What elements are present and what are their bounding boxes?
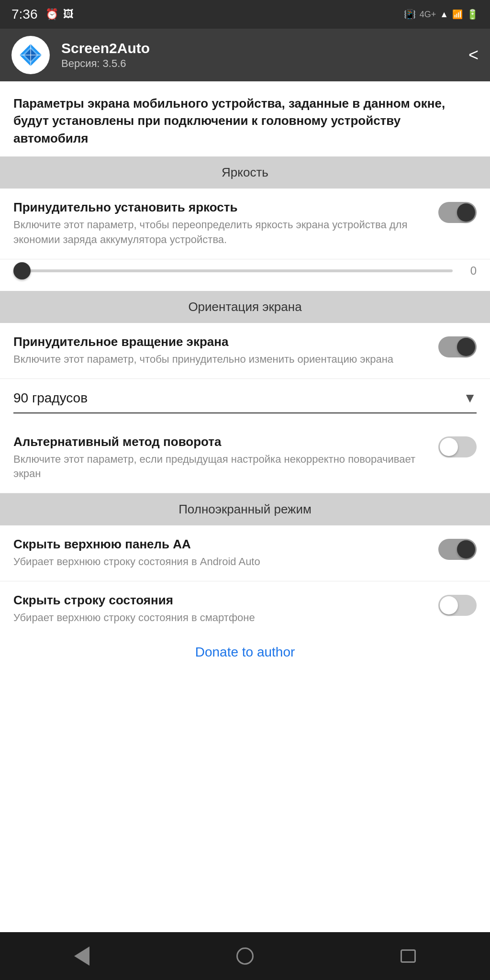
brightness-slider-track[interactable] <box>13 269 453 272</box>
signal-4g-icon: 4G+ <box>420 10 436 20</box>
setting-alternative-method: Альтернативный метод поворота Включите э… <box>0 423 490 494</box>
setting-force-brightness-desc: Включите этот параметр, чтобы переопреде… <box>13 218 431 247</box>
setting-alternative-method-text: Альтернативный метод поворота Включите э… <box>13 434 431 482</box>
section-orientation: Ориентация экрана <box>0 291 490 323</box>
hide-top-panel-toggle[interactable] <box>438 539 477 560</box>
section-brightness: Яркость <box>0 156 490 189</box>
app-header: Screen2Auto Версия: 3.5.6 < <box>0 29 490 81</box>
signal-strength-icon: ▲ <box>440 10 448 20</box>
app-title-block: Screen2Auto Версия: 3.5.6 <box>61 40 468 70</box>
alarm-icon: ⏰ <box>45 8 58 21</box>
status-icons-right: 📳 4G+ ▲ 📶 🔋 <box>404 9 479 20</box>
alternative-method-toggle-knob <box>440 438 458 456</box>
nav-recents-icon <box>401 949 416 963</box>
wifi-icon: 📶 <box>452 9 463 20</box>
setting-force-rotation-desc: Включите этот параметр, чтобы принудител… <box>13 352 431 367</box>
back-button[interactable]: < <box>468 45 479 65</box>
hide-status-bar-toggle-container[interactable] <box>438 595 477 616</box>
orientation-dropdown-value: 90 градусов <box>13 390 88 406</box>
app-logo <box>11 36 50 74</box>
hide-status-bar-toggle-knob <box>440 596 458 614</box>
setting-hide-top-panel-title: Скрыть верхнюю панель АА <box>13 537 431 552</box>
image-icon: 🖼 <box>63 8 74 21</box>
orientation-dropdown[interactable]: 90 градусов ▼ <box>13 384 477 413</box>
force-rotation-toggle[interactable] <box>438 336 477 357</box>
setting-force-brightness: Принудительно установить яркость Включит… <box>0 189 490 259</box>
app-logo-svg <box>18 42 44 68</box>
section-fullscreen: Полноэкранный режим <box>0 493 490 525</box>
setting-hide-status-bar-desc: Убирает верхнюю строку состояния в смарт… <box>13 611 431 625</box>
setting-force-rotation-title: Принудительное вращение экрана <box>13 334 431 349</box>
setting-hide-top-panel-text: Скрыть верхнюю панель АА Убирает верхнюю… <box>13 537 431 569</box>
force-brightness-toggle-container[interactable] <box>438 202 477 223</box>
force-brightness-toggle[interactable] <box>438 202 477 223</box>
nav-home-icon <box>236 947 254 965</box>
force-rotation-toggle-container[interactable] <box>438 336 477 357</box>
setting-force-rotation: Принудительное вращение экрана Включите … <box>0 323 490 379</box>
app-name: Screen2Auto <box>61 40 468 56</box>
brightness-slider-container[interactable]: 0 <box>0 259 490 291</box>
force-rotation-toggle-knob <box>457 338 475 356</box>
status-icons-left: ⏰ 🖼 <box>45 8 74 21</box>
setting-force-brightness-text: Принудительно установить яркость Включит… <box>13 200 431 247</box>
nav-back-button[interactable] <box>63 942 101 970</box>
brightness-slider-knob[interactable] <box>13 262 31 279</box>
nav-bar <box>0 932 490 980</box>
brightness-slider-value: 0 <box>462 264 477 278</box>
nav-back-icon <box>74 947 89 966</box>
hide-top-panel-toggle-knob <box>457 540 475 558</box>
main-content: Параметры экрана мобильного устройства, … <box>0 81 490 932</box>
battery-icon: 🔋 <box>467 9 479 20</box>
setting-alternative-method-desc: Включите этот параметр, если предыдущая … <box>13 452 431 482</box>
app-version: Версия: 3.5.6 <box>61 57 468 70</box>
status-bar-left: 7:36 ⏰ 🖼 <box>11 7 74 22</box>
setting-force-rotation-text: Принудительное вращение экрана Включите … <box>13 334 431 367</box>
setting-hide-top-panel-desc: Убирает верхнюю строку состояния в Andro… <box>13 555 431 569</box>
setting-alternative-method-title: Альтернативный метод поворота <box>13 434 431 449</box>
alternative-method-toggle[interactable] <box>438 436 477 457</box>
donate-link[interactable]: Donate to author <box>0 637 490 668</box>
status-time: 7:36 <box>11 7 38 22</box>
alternative-method-toggle-container[interactable] <box>438 436 477 457</box>
hide-status-bar-toggle[interactable] <box>438 595 477 616</box>
setting-hide-status-bar-text: Скрыть строку состояния Убирает верхнюю … <box>13 593 431 625</box>
nav-recents-button[interactable] <box>389 942 427 970</box>
nav-home-button[interactable] <box>226 942 264 970</box>
force-brightness-toggle-knob <box>457 203 475 222</box>
setting-hide-status-bar: Скрыть строку состояния Убирает верхнюю … <box>0 581 490 637</box>
setting-hide-top-panel: Скрыть верхнюю панель АА Убирает верхнюю… <box>0 525 490 581</box>
vibrate-icon: 📳 <box>404 9 416 20</box>
intro-text: Параметры экрана мобильного устройства, … <box>0 81 490 156</box>
setting-hide-status-bar-title: Скрыть строку состояния <box>13 593 431 608</box>
setting-force-brightness-title: Принудительно установить яркость <box>13 200 431 215</box>
hide-top-panel-toggle-container[interactable] <box>438 539 477 560</box>
dropdown-arrow-icon: ▼ <box>463 390 477 406</box>
status-bar: 7:36 ⏰ 🖼 📳 4G+ ▲ 📶 🔋 <box>0 0 490 29</box>
